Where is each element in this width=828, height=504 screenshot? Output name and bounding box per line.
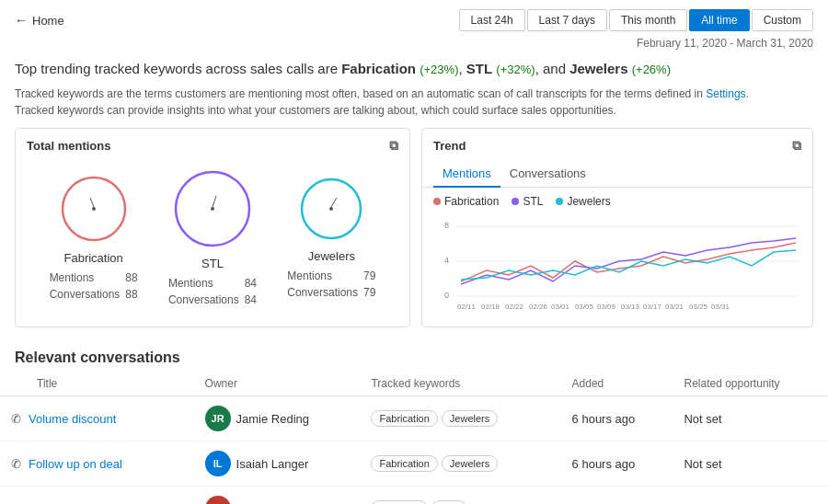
trend-title: Trend [433,139,466,153]
table-header-row: Title Owner Tracked keywords Added Relat… [0,372,828,396]
legend-stl: STL [512,195,543,208]
trend-header: Trend ⧉ [422,129,812,159]
owner-avatar: JR [205,406,231,431]
col-opportunity: Related opportunity [673,372,828,396]
col-added: Added [561,372,673,396]
tab-conversations[interactable]: Conversations [500,161,595,188]
circles-row: Fabrication Mentions 88 Conversations 88 [16,159,409,313]
filter-last24h[interactable]: Last 24h [459,9,525,31]
main-panels: Total mentions ⧉ Fabrication Mentions [0,128,828,338]
sep1: , [458,61,466,76]
fabrication-conversations-value: 88 [125,287,137,302]
svg-text:03/31: 03/31 [711,303,730,311]
jewelers-circle [296,174,366,244]
svg-text:02/26: 02/26 [529,303,548,311]
fabrication-circle [57,172,131,246]
legend-stl-dot [512,198,519,205]
section-title: Relevant conversations [0,338,828,372]
trend-panel: Trend ⧉ Mentions Conversations Fabricati… [421,128,813,327]
jewelers-mentions-label: Mentions [287,269,362,283]
tab-mentions[interactable]: Mentions [433,161,500,188]
trend-copy-icon[interactable]: ⧉ [792,138,801,154]
keyword-tag: Jewelers [442,455,498,472]
time-filter-group: Last 24h Last 7 days This month All time… [459,9,813,31]
filter-last7d[interactable]: Last 7 days [527,9,607,31]
svg-line-2 [90,198,94,207]
total-mentions-header: Total mentions ⧉ [16,129,409,159]
filter-thismonth[interactable]: This month [609,9,687,31]
svg-text:03/01: 03/01 [551,303,570,311]
conv-keywords-cell: JewelersSTL [360,487,560,504]
back-button[interactable]: ← Home [15,13,64,28]
legend-jewelers-dot [556,198,563,205]
date-range: February 11, 2020 - March 31, 2020 [0,37,828,53]
desc-line2: Tracked keywords can provide insights in… [15,102,813,119]
fabrication-circle-item: Fabrication Mentions 88 Conversations 88 [48,172,140,304]
legend-fabrication: Fabrication [433,195,499,208]
svg-text:03/05: 03/05 [575,303,594,311]
settings-link[interactable]: Settings [706,87,745,100]
fabrication-label: Fabrication [64,251,123,265]
total-mentions-panel: Total mentions ⧉ Fabrication Mentions [15,128,410,327]
svg-line-5 [213,196,216,207]
keyword-tag: Fabrication [371,410,437,427]
conv-opportunity-cell: Not set [673,396,828,441]
conv-added-cell: 6 hours ago [561,487,673,504]
filter-custom[interactable]: Custom [752,9,813,31]
conv-title[interactable]: Follow up on deal [29,457,122,471]
svg-text:03/21: 03/21 [665,303,684,311]
legend-stl-label: STL [523,195,543,208]
legend-fabrication-label: Fabrication [444,195,499,208]
jewelers-label: Jewelers [308,249,355,263]
jewelers-mentions-value: 79 [363,269,375,283]
copy-icon[interactable]: ⧉ [389,138,398,154]
jewelers-conversations-value: 79 [363,285,375,300]
conv-opportunity-cell: Not set [673,441,828,487]
sep2: , and [535,61,570,76]
keyword-tag: Jewelers [442,410,498,427]
trend-legend: Fabrication STL Jewelers [422,188,812,212]
conv-title-cell: ✆Volume discount [0,396,194,441]
stl-conversations-label: Conversations [168,292,243,307]
svg-line-8 [331,198,337,207]
jewelers-stats: Mentions 79 Conversations 79 [285,267,377,302]
headline-prefix: Top trending tracked keywords across sal… [15,61,341,76]
legend-jewelers: Jewelers [556,195,610,208]
trend-chart: 8 4 0 02/11 02/18 02/22 [433,215,801,316]
svg-text:03/09: 03/09 [597,303,616,311]
app-container: ← Home Last 24h Last 7 days This month A… [0,0,828,504]
svg-point-7 [329,207,333,211]
table-row: ✆Follow up on dealILIsaiah LangerFabrica… [0,441,828,487]
owner-name: Isaiah Langer [236,457,309,471]
col-owner: Owner [194,372,361,396]
jewelers-conversations-label: Conversations [287,285,362,300]
conv-added-cell: 6 hours ago [561,441,673,487]
conv-added-cell: 6 hours ago [561,396,673,441]
kw3-change: (+26%) [632,63,671,76]
header: ← Home Last 24h Last 7 days This month A… [0,0,828,37]
headline: Top trending tracked keywords across sal… [0,53,828,82]
legend-fabrication-dot [433,198,441,205]
fabrication-stats: Mentions 88 Conversations 88 [48,269,140,304]
keyword1: Fabrication [341,61,416,76]
stl-circle [170,166,255,251]
stl-circle-item: STL Mentions 84 Conversations 84 [167,166,259,309]
conv-title[interactable]: Volume discount [29,412,116,426]
conv-keywords-cell: FabricationJewelers [360,396,560,441]
svg-point-1 [92,207,96,211]
total-mentions-title: Total mentions [27,139,110,153]
stl-label: STL [201,257,224,270]
legend-jewelers-label: Jewelers [567,195,610,208]
back-label: Home [32,14,64,28]
col-title: Title [0,372,194,396]
filter-alltime[interactable]: All time [689,9,749,31]
owner-avatar: IL [205,451,231,476]
svg-text:02/11: 02/11 [457,303,477,311]
relevant-conversations-section: Relevant conversations Title Owner Track… [0,338,828,504]
stl-conversations-value: 84 [245,292,257,307]
owner-avatar: MC [205,496,231,504]
svg-text:8: 8 [444,221,449,230]
fabrication-conversations-label: Conversations [50,287,124,302]
stl-mentions-value: 84 [245,276,257,291]
jewelers-circle-item: Jewelers Mentions 79 Conversations 79 [285,174,377,302]
